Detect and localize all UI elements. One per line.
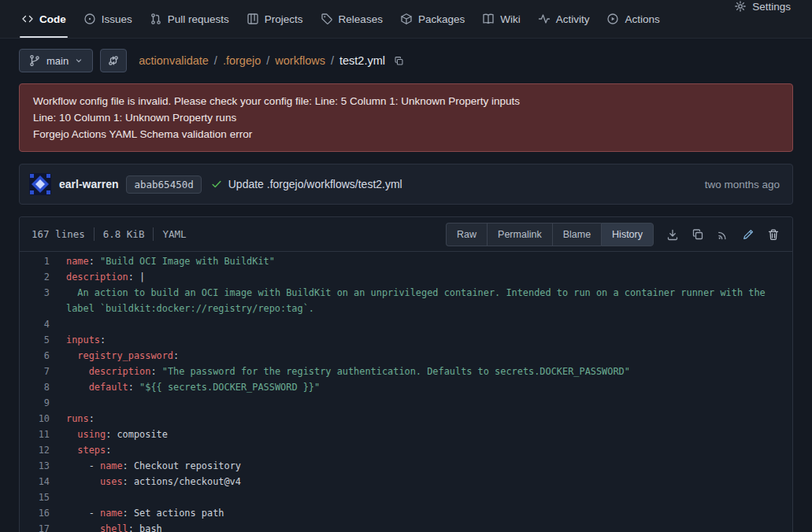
code-line: 11 using: composite bbox=[20, 427, 792, 442]
line-number[interactable]: 1 bbox=[20, 253, 61, 269]
tab-pull-requests[interactable]: Pull requests bbox=[141, 0, 238, 38]
tab-wiki[interactable]: Wiki bbox=[473, 0, 529, 38]
check-icon[interactable] bbox=[211, 179, 222, 190]
code-line: 3 An action to build an OCI image with B… bbox=[20, 285, 792, 316]
blame-button[interactable]: Blame bbox=[552, 223, 601, 246]
tab-label: Activity bbox=[556, 13, 590, 25]
line-number[interactable]: 10 bbox=[20, 411, 61, 427]
file-size: 6.8 KiB bbox=[103, 228, 145, 240]
identicon bbox=[29, 173, 51, 195]
code-line: 12 steps: bbox=[20, 442, 792, 458]
code-line: 13 - name: Checkout repository bbox=[20, 458, 792, 474]
line-content bbox=[61, 490, 792, 505]
projects-icon bbox=[247, 13, 259, 25]
breadcrumb-link[interactable]: actionvalidate bbox=[139, 54, 209, 67]
line-content: runs: bbox=[61, 411, 792, 427]
commit-message[interactable]: Update .forgejo/workflows/test2.yml bbox=[228, 178, 402, 190]
breadcrumb-separator: / bbox=[214, 54, 217, 67]
line-content: name: "Build OCI Image with BuildKit" bbox=[61, 253, 792, 269]
issues-icon bbox=[83, 13, 96, 25]
activity-icon bbox=[538, 13, 551, 25]
rss-feed-button[interactable] bbox=[710, 223, 736, 246]
code-line: 8 default: "${{ secrets.DOCKER_PASSWORD … bbox=[20, 379, 792, 395]
tab-packages[interactable]: Packages bbox=[391, 0, 473, 38]
tab-label: Wiki bbox=[500, 13, 521, 25]
code-line: 9 bbox=[20, 395, 792, 411]
tab-code[interactable]: Code bbox=[13, 0, 75, 38]
line-number[interactable]: 6 bbox=[20, 348, 61, 364]
file-path-bar: main actionvalidate/.forgejo/workflows/t… bbox=[19, 48, 793, 73]
tab-settings[interactable]: Settings bbox=[725, 0, 799, 13]
repo-file-page: CodeIssuesPull requestsProjectsReleasesP… bbox=[0, 0, 812, 532]
line-number[interactable]: 2 bbox=[20, 269, 61, 285]
download-icon bbox=[666, 228, 679, 241]
line-number[interactable]: 4 bbox=[20, 316, 61, 332]
edit-file-button[interactable] bbox=[736, 223, 761, 246]
line-number[interactable]: 12 bbox=[20, 442, 61, 458]
raw-button[interactable]: Raw bbox=[446, 223, 487, 246]
repo-tab-bar: CodeIssuesPull requestsProjectsReleasesP… bbox=[0, 0, 812, 39]
delete-file-button[interactable] bbox=[761, 223, 786, 246]
pencil-icon bbox=[742, 228, 755, 241]
line-content bbox=[61, 395, 792, 411]
line-number[interactable]: 13 bbox=[20, 458, 61, 474]
commit-hash-badge[interactable]: abab65450d bbox=[126, 175, 201, 194]
line-number[interactable]: 8 bbox=[20, 379, 61, 395]
latest-commit-bar: earl-warren abab65450d Update .forgejo/w… bbox=[19, 164, 793, 205]
tab-actions[interactable]: Actions bbox=[598, 0, 668, 38]
tab-projects[interactable]: Projects bbox=[238, 0, 312, 38]
error-line: Line: 10 Column 1: Unknown Property runs bbox=[33, 109, 779, 126]
error-banner: Workflow config file is invalid. Please … bbox=[19, 83, 793, 152]
branch-selector[interactable]: main bbox=[19, 49, 93, 72]
line-number[interactable]: 14 bbox=[20, 474, 61, 490]
line-content bbox=[61, 316, 792, 332]
permalink-button[interactable]: Permalink bbox=[487, 223, 552, 246]
line-number[interactable]: 11 bbox=[20, 427, 61, 442]
history-button[interactable]: History bbox=[601, 223, 654, 246]
line-number[interactable]: 3 bbox=[20, 285, 61, 316]
releases-icon bbox=[321, 13, 333, 25]
tab-label: Packages bbox=[418, 13, 465, 25]
line-number[interactable]: 5 bbox=[20, 332, 61, 348]
line-content: default: "${{ secrets.DOCKER_PASSWORD }}… bbox=[61, 379, 792, 395]
tab-label: Settings bbox=[752, 1, 791, 13]
code-line: 15 bbox=[20, 490, 792, 505]
line-number[interactable]: 15 bbox=[20, 490, 61, 505]
commit-author[interactable]: earl-warren bbox=[59, 178, 118, 190]
tab-label: Releases bbox=[339, 13, 383, 25]
line-number[interactable]: 17 bbox=[20, 521, 61, 532]
nav-right: Settings bbox=[725, 0, 799, 38]
code-view: 1name: "Build OCI Image with BuildKit"2d… bbox=[20, 252, 792, 532]
code-line: 16 - name: Set actions path bbox=[20, 505, 792, 521]
code-line: 1name: "Build OCI Image with BuildKit" bbox=[20, 253, 792, 269]
code-line: 10runs: bbox=[20, 411, 792, 427]
breadcrumb-link[interactable]: .forgejo bbox=[223, 54, 261, 67]
line-number[interactable]: 9 bbox=[20, 395, 61, 411]
copy-path-button[interactable] bbox=[392, 54, 406, 68]
breadcrumb-link[interactable]: workflows bbox=[275, 54, 325, 67]
copy-content-button[interactable] bbox=[685, 223, 710, 246]
git-compare-icon bbox=[107, 54, 120, 67]
tab-activity[interactable]: Activity bbox=[529, 0, 599, 38]
divider bbox=[153, 227, 154, 241]
line-number[interactable]: 7 bbox=[20, 364, 61, 379]
tab-label: Code bbox=[39, 13, 66, 25]
file-meta: 167 lines 6.8 KiB YAML bbox=[32, 227, 187, 241]
line-content: uses: actions/checkout@v4 bbox=[61, 474, 792, 490]
compare-button[interactable] bbox=[100, 49, 127, 72]
code-line: 5inputs: bbox=[20, 332, 792, 348]
line-content: description: | bbox=[61, 269, 792, 285]
wiki-icon bbox=[482, 13, 495, 25]
commit-author-avatar[interactable] bbox=[29, 173, 51, 195]
tab-releases[interactable]: Releases bbox=[312, 0, 391, 38]
line-content: shell: bash bbox=[61, 521, 792, 532]
tab-label: Projects bbox=[265, 13, 303, 25]
code-line: 2description: | bbox=[20, 269, 792, 285]
tab-issues[interactable]: Issues bbox=[75, 0, 141, 38]
breadcrumb-separator: / bbox=[331, 54, 334, 67]
download-button[interactable] bbox=[660, 223, 685, 246]
chevron-down-icon bbox=[74, 56, 83, 65]
line-content: description: "The password for the regis… bbox=[61, 364, 792, 379]
line-number[interactable]: 16 bbox=[20, 505, 61, 521]
breadcrumb: actionvalidate/.forgejo/workflows/test2.… bbox=[139, 54, 385, 67]
